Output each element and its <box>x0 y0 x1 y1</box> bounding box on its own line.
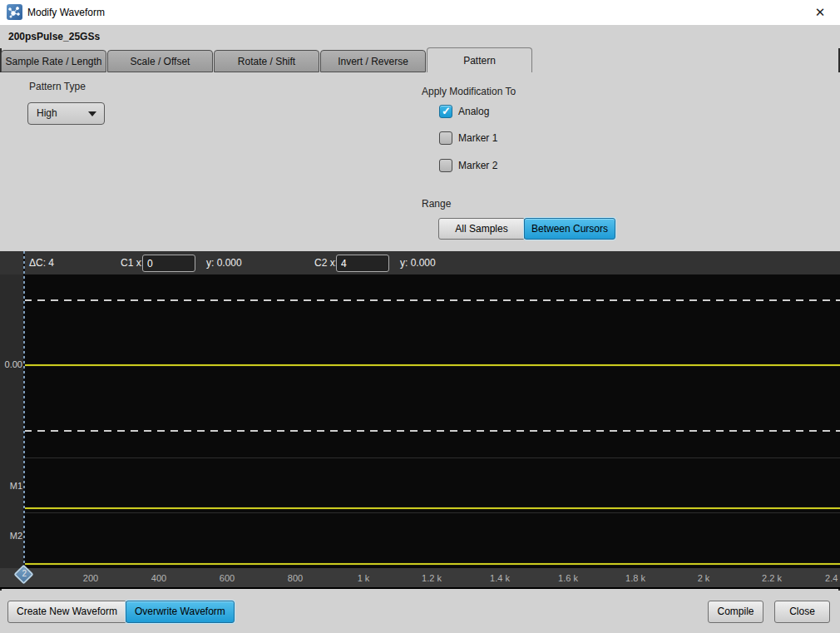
tab-pattern[interactable]: Pattern <box>427 47 532 72</box>
x-tick: 1.4 k <box>475 568 525 588</box>
y-label-zero: 0.00 <box>0 359 22 369</box>
cursor-handle-label: 2 <box>22 569 27 578</box>
x-axis: 200 400 600 800 1 k 1.2 k 1.4 k 1.6 k 1.… <box>0 568 840 589</box>
waveform-plot-canvas[interactable]: 0.00 M1 M2 <box>0 274 840 568</box>
cursor2-y-readout: y: 0.000 <box>400 251 436 274</box>
x-tick: 2.2 k <box>747 568 797 588</box>
overwrite-waveform-button[interactable]: Overwrite Waveform <box>126 601 235 623</box>
x-tick: 600 <box>202 568 252 588</box>
analog-marker-divider <box>24 457 840 458</box>
checkbox-marker-1[interactable]: Marker 1 <box>439 131 497 145</box>
range-between-cursors-button[interactable]: Between Cursors <box>524 218 615 240</box>
modify-waveform-window: Modify Waveform ✕ 200psPulse_25GSs Sampl… <box>0 0 840 633</box>
cursor1-x-input[interactable] <box>142 255 195 272</box>
cursor1-x-label: C1 x: <box>121 251 144 274</box>
apply-modification-label: Apply Modification To <box>422 86 516 97</box>
tab-strip: Sample Rate / Length Scale / Offset Rota… <box>0 48 840 72</box>
window-title: Modify Waveform <box>27 0 105 25</box>
marker2-trace-line <box>24 563 840 565</box>
cursor-vertical-line[interactable] <box>23 251 25 568</box>
x-tick: 1.6 k <box>543 568 593 588</box>
checkbox-label: Marker 1 <box>458 132 497 144</box>
y-label-m2: M2 <box>0 531 22 541</box>
footer-bar: Create New Waveform Overwrite Waveform C… <box>0 591 840 633</box>
waveform-name-bar: 200psPulse_25GSs <box>0 25 840 48</box>
pattern-panel: Pattern Type High Apply Modification To … <box>0 72 840 251</box>
compile-button[interactable]: Compile <box>708 601 763 623</box>
cursor2-x-input[interactable] <box>336 255 389 272</box>
checkbox-analog[interactable]: Analog <box>439 105 489 118</box>
checkbox-icon <box>439 131 452 145</box>
close-icon[interactable]: ✕ <box>810 0 830 25</box>
chevron-down-icon <box>88 111 96 116</box>
y-label-m1: M1 <box>0 481 22 491</box>
checkbox-label: Marker 2 <box>458 160 497 171</box>
x-tick: 800 <box>270 568 320 588</box>
range-label: Range <box>422 198 451 210</box>
waveform-name: 200psPulse_25GSs <box>8 25 100 48</box>
checkbox-marker-2[interactable]: Marker 2 <box>439 159 497 172</box>
pattern-type-label: Pattern Type <box>29 81 86 92</box>
range-all-samples-button[interactable]: All Samples <box>438 218 525 240</box>
x-tick: 1.2 k <box>407 568 457 588</box>
app-icon <box>7 4 22 20</box>
range-toggle: All Samples Between Cursors <box>438 218 615 240</box>
upper-limit-guide-line <box>24 299 840 301</box>
x-tick: 400 <box>134 568 184 588</box>
checkbox-icon <box>439 159 452 172</box>
create-new-waveform-button[interactable]: Create New Waveform <box>7 601 126 623</box>
marker1-trace-line <box>24 507 840 509</box>
checkbox-icon <box>439 105 452 118</box>
x-tick: 2.4 k <box>810 568 840 588</box>
plot-y-gutter: 0.00 M1 M2 <box>0 274 24 568</box>
tab-sample-rate-length[interactable]: Sample Rate / Length <box>1 50 106 72</box>
cursor2-x-label: C2 x: <box>314 251 338 274</box>
tab-rotate-shift[interactable]: Rotate / Shift <box>214 50 319 72</box>
pattern-type-value: High <box>37 103 57 124</box>
pattern-type-dropdown[interactable]: High <box>27 102 105 125</box>
x-tick: 2 k <box>679 568 729 588</box>
cursor-info-bar: ΔC: 4 C1 x: y: 0.000 C2 x: y: 0.000 <box>0 251 840 274</box>
close-button[interactable]: Close <box>774 601 830 623</box>
marker1-marker2-divider <box>24 512 840 513</box>
tab-invert-reverse[interactable]: Invert / Reverse <box>320 50 426 72</box>
save-mode-toggle: Create New Waveform Overwrite Waveform <box>7 601 235 623</box>
cursor-delta-readout: ΔC: 4 <box>29 251 54 274</box>
checkbox-label: Analog <box>458 106 489 117</box>
title-bar: Modify Waveform ✕ <box>0 0 840 25</box>
tab-scale-offset[interactable]: Scale / Offset <box>107 50 213 72</box>
x-tick: 200 <box>66 568 116 588</box>
x-tick: 1.8 k <box>610 568 660 588</box>
analog-trace-line <box>24 364 840 366</box>
cursor1-y-readout: y: 0.000 <box>206 251 242 274</box>
lower-limit-guide-line <box>24 430 840 432</box>
x-tick: 1 k <box>338 568 388 588</box>
